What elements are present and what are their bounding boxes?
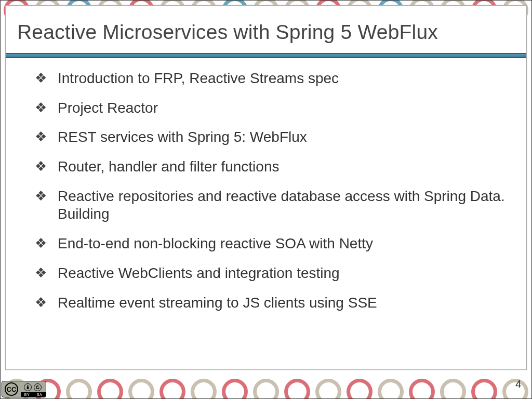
svg-point-0 <box>27 385 29 387</box>
cc-text: CC <box>5 382 18 396</box>
list-item: REST services with Spring 5: WebFlux <box>35 128 508 147</box>
cc-by-icon <box>24 383 32 391</box>
page-number: 4 <box>515 378 521 390</box>
svg-rect-1 <box>27 387 29 389</box>
bullet-list: Introduction to FRP, Reactive Streams sp… <box>6 58 526 312</box>
list-item: Introduction to FRP, Reactive Streams sp… <box>35 70 508 88</box>
list-item: End-to-end non-blocking reactive SOA wit… <box>35 235 508 253</box>
list-item: Project Reactor <box>35 99 508 117</box>
list-item: Reactive repositories and reactive datab… <box>35 188 508 223</box>
cc-license-badge: CC BY SA <box>2 381 46 397</box>
list-item: Realtime event streaming to JS clients u… <box>35 294 508 312</box>
cc-by-label: BY <box>21 393 33 396</box>
title-divider <box>6 53 526 58</box>
decor-rings-bottom <box>1 379 531 398</box>
cc-sa-icon <box>34 383 42 391</box>
list-item: Reactive WebClients and integration test… <box>35 264 508 283</box>
list-item: Router, handler and filter functions <box>35 158 508 176</box>
slide-content: Reactive Microservices with Spring 5 Web… <box>5 5 527 370</box>
slide-title: Reactive Microservices with Spring 5 Web… <box>6 6 526 53</box>
cc-sa-label: SA <box>33 393 46 396</box>
cc-logo-icon: CC <box>2 381 21 397</box>
